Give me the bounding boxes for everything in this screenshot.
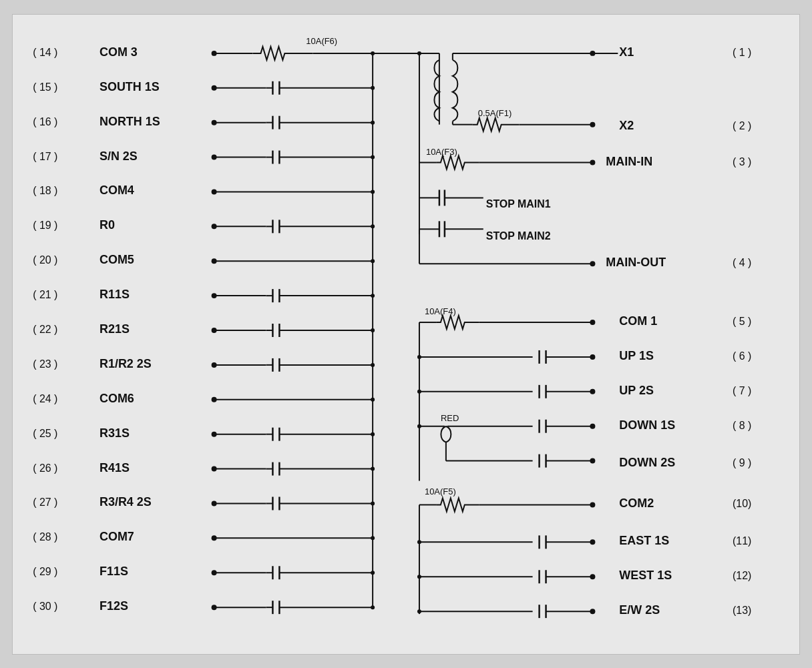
term-label-down1s: DOWN 1S <box>619 418 675 431</box>
svg-point-143 <box>590 388 595 394</box>
svg-point-47 <box>212 328 217 333</box>
term-label-x1: X1 <box>619 45 634 58</box>
term-label-25: R31S <box>99 426 130 439</box>
svg-point-40 <box>212 293 217 298</box>
term-num-2: ( 2 ) <box>733 119 751 131</box>
svg-point-64 <box>212 431 217 436</box>
svg-point-54 <box>212 362 217 367</box>
stop-main1-label: STOP MAIN1 <box>486 198 551 210</box>
term-label-x2: X2 <box>619 118 634 131</box>
term-label-main-in: MAIN-IN <box>606 154 652 168</box>
term-num-28: ( 28 ) <box>33 531 57 543</box>
term-label-23: R1/R2 2S <box>99 356 152 370</box>
term-num-4: ( 4 ) <box>733 257 751 268</box>
term-num-1: ( 1 ) <box>733 46 751 57</box>
term-label-16: NORTH 1S <box>99 114 160 127</box>
svg-point-13 <box>212 119 217 125</box>
fuse-label-f6: 10A(F6) <box>306 35 337 45</box>
fuse-label-f3: 10A(F3) <box>426 146 457 156</box>
term-label-com1: COM 1 <box>619 314 657 328</box>
term-label-20: COM5 <box>99 253 134 266</box>
svg-point-85 <box>212 535 217 541</box>
svg-point-37 <box>212 258 217 264</box>
svg-point-162 <box>417 540 421 544</box>
term-label-ew2s: E/W 2S <box>619 603 660 617</box>
term-label-21: R11S <box>99 288 130 301</box>
svg-point-159 <box>590 502 595 507</box>
svg-point-27 <box>212 189 217 194</box>
term-label-main-out: MAIN-OUT <box>606 256 666 269</box>
svg-point-95 <box>212 605 217 610</box>
term-num-16: ( 16 ) <box>33 115 57 127</box>
term-num-21: ( 21 ) <box>33 289 57 300</box>
term-label-19: R0 <box>99 218 115 232</box>
svg-point-150 <box>590 423 595 428</box>
svg-point-114 <box>590 159 595 165</box>
term-num-22: ( 22 ) <box>33 324 57 335</box>
term-label-24: COM6 <box>99 391 134 404</box>
term-num-25: ( 25 ) <box>33 427 57 438</box>
term-num-6: ( 6 ) <box>733 350 751 361</box>
stop-main2-label: STOP MAIN2 <box>486 230 551 242</box>
term-label-up1s: UP 1S <box>619 348 654 362</box>
term-num-24: ( 24 ) <box>33 392 57 404</box>
svg-point-166 <box>590 539 595 545</box>
term-num-10: (10) <box>733 498 751 509</box>
svg-point-139 <box>417 389 421 393</box>
svg-point-126 <box>590 261 595 266</box>
svg-point-30 <box>212 224 217 229</box>
term-label-down2s: DOWN 2S <box>619 455 675 468</box>
term-label-up2s: UP 2S <box>619 383 654 396</box>
svg-point-116 <box>417 51 421 55</box>
svg-point-6 <box>212 85 217 90</box>
term-num-30: ( 30 ) <box>33 601 57 612</box>
fuse-label-f4: 10A(F4) <box>425 306 456 316</box>
term-label-east1s: EAST 1S <box>619 534 669 547</box>
diagram-container: ( 14 ) COM 3 10A(F6) ( 15 ) SOUTH 1S ( 1… <box>12 14 800 655</box>
term-label-14: COM 3 <box>99 45 138 58</box>
term-num-20: ( 20 ) <box>33 254 57 266</box>
svg-point-2 <box>212 50 217 55</box>
term-num-23: ( 23 ) <box>33 358 57 369</box>
term-label-26: R41S <box>99 460 130 474</box>
term-num-12: (12) <box>733 570 751 581</box>
term-label-18: COM4 <box>99 184 134 197</box>
svg-point-156 <box>590 458 595 463</box>
svg-point-88 <box>212 570 217 575</box>
term-label-15: SOUTH 1S <box>99 79 160 93</box>
svg-point-137 <box>590 354 595 359</box>
fuse-label-f1: 0.5A(F1) <box>478 107 512 117</box>
term-num-7: ( 7 ) <box>733 384 751 396</box>
term-num-18: ( 18 ) <box>33 185 57 196</box>
term-num-15: ( 15 ) <box>33 81 57 92</box>
term-label-30: F12S <box>99 599 128 613</box>
svg-point-133 <box>417 354 421 358</box>
term-num-3: ( 3 ) <box>733 155 751 167</box>
svg-point-108 <box>590 121 595 127</box>
fuse-label-f5: 10A(F5) <box>425 486 456 496</box>
term-label-29: F11S <box>99 565 128 578</box>
term-num-5: ( 5 ) <box>733 316 751 327</box>
svg-point-174 <box>417 609 421 613</box>
term-num-13: (13) <box>733 605 751 616</box>
term-num-8: ( 8 ) <box>733 419 751 430</box>
term-num-27: ( 27 ) <box>33 496 57 508</box>
svg-rect-0 <box>13 15 799 654</box>
term-num-29: ( 29 ) <box>33 566 57 577</box>
term-num-17: ( 17 ) <box>33 150 57 161</box>
term-label-com2: COM2 <box>619 496 654 510</box>
svg-point-130 <box>590 320 595 325</box>
term-num-14: ( 14 ) <box>33 46 57 57</box>
red-label: RED <box>441 412 459 422</box>
term-label-17: S/N 2S <box>99 149 138 162</box>
svg-point-168 <box>417 575 421 579</box>
svg-point-172 <box>590 574 595 579</box>
term-label-28: COM7 <box>99 530 134 543</box>
term-num-19: ( 19 ) <box>33 220 57 231</box>
svg-point-20 <box>212 154 217 159</box>
svg-point-145 <box>417 424 421 428</box>
term-num-26: ( 26 ) <box>33 462 57 473</box>
term-label-west1s: WEST 1S <box>619 569 672 582</box>
term-num-11: (11) <box>733 535 751 547</box>
term-label-22: R21S <box>99 322 130 336</box>
